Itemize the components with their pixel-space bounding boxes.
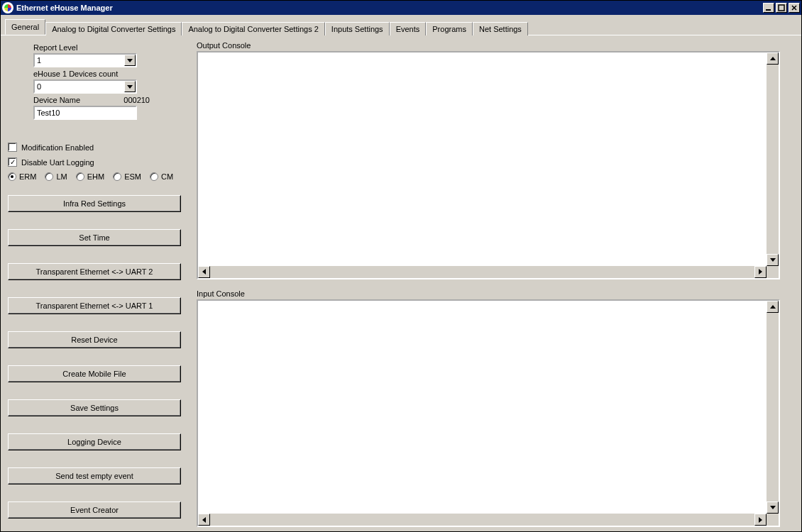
chevron-down-icon[interactable] xyxy=(124,55,136,66)
output-console[interactable] xyxy=(197,51,780,279)
tab-events[interactable]: Events xyxy=(390,22,427,35)
titlebar: Ethernet eHouse Manager xyxy=(1,1,801,15)
radio-lm[interactable]: LM xyxy=(45,172,67,181)
modification-enabled-checkbox[interactable]: Modification Enabled xyxy=(8,143,187,152)
scroll-corner xyxy=(767,514,779,526)
report-level-select[interactable] xyxy=(33,53,137,67)
tab-content: Report Level eHouse 1 Devices count Devi… xyxy=(1,35,801,531)
set-time-button[interactable]: Set Time xyxy=(8,229,181,246)
modification-enabled-label: Modification Enabled xyxy=(21,143,94,152)
chevron-down-icon[interactable] xyxy=(124,81,136,92)
checkbox-icon xyxy=(8,143,17,152)
tabstrip: General Analog to Digital Converter Sett… xyxy=(1,15,801,35)
scroll-left-icon[interactable] xyxy=(198,514,210,526)
radio-dot-icon xyxy=(11,175,13,178)
radio-icon xyxy=(113,172,121,181)
radio-icon xyxy=(8,172,16,181)
scroll-right-icon[interactable] xyxy=(754,514,767,526)
devices-count-label: eHouse 1 Devices count xyxy=(33,70,187,78)
svg-rect-1 xyxy=(779,5,784,11)
input-console[interactable] xyxy=(197,299,780,528)
app-icon xyxy=(2,2,13,13)
scroll-up-icon[interactable] xyxy=(767,52,779,65)
device-name-input[interactable] xyxy=(33,106,137,120)
devices-count-select[interactable] xyxy=(33,79,137,94)
scroll-right-icon[interactable] xyxy=(754,266,767,278)
radio-ehm-label: EHM xyxy=(87,172,104,181)
transparent-ethernet-uart-2-button[interactable]: Transparent Ethernet <-> UART 2 xyxy=(8,263,181,280)
vertical-scrollbar[interactable] xyxy=(767,301,779,514)
radio-cm-label: CM xyxy=(161,172,173,181)
scroll-left-icon[interactable] xyxy=(198,266,210,278)
radio-icon xyxy=(150,172,158,181)
radio-erm[interactable]: ERM xyxy=(8,172,36,181)
radio-ehm[interactable]: EHM xyxy=(76,172,104,181)
horizontal-scrollbar[interactable] xyxy=(198,514,779,526)
window-title: Ethernet eHouse Manager xyxy=(16,4,763,12)
maximize-button[interactable] xyxy=(776,3,787,13)
tab-programs[interactable]: Programs xyxy=(426,22,473,35)
left-column: Report Level eHouse 1 Devices count Devi… xyxy=(8,40,187,527)
output-console-label: Output Console xyxy=(197,41,780,50)
device-code: 000210 xyxy=(123,96,150,104)
radio-esm-label: ESM xyxy=(124,172,141,181)
tab-adc-settings[interactable]: Analog to Digital Converter Settings xyxy=(45,22,182,35)
button-stack: Infra Red Settings Set Time Transparent … xyxy=(8,195,187,519)
device-name-row: Device Name 000210 xyxy=(33,96,187,104)
checkbox-icon: ✓ xyxy=(8,157,17,167)
report-level-label: Report Level xyxy=(33,43,187,52)
send-test-empty-event-button[interactable]: Send test empty event xyxy=(8,467,181,484)
radio-icon xyxy=(76,172,84,181)
devices-count-input[interactable] xyxy=(33,79,137,94)
checkbox-group: Modification Enabled ✓ Disable Uart Logg… xyxy=(8,137,187,167)
infra-red-settings-button[interactable]: Infra Red Settings xyxy=(8,195,181,212)
radio-esm[interactable]: ESM xyxy=(113,172,141,181)
logging-device-button[interactable]: Logging Device xyxy=(8,433,181,450)
horizontal-scrollbar[interactable] xyxy=(198,266,779,278)
disable-uart-label: Disable Uart Logging xyxy=(21,158,94,167)
radio-lm-label: LM xyxy=(56,172,67,181)
event-creator-button[interactable]: Event Creator xyxy=(8,501,181,519)
fields-group: Report Level eHouse 1 Devices count Devi… xyxy=(8,40,187,120)
minimize-button[interactable] xyxy=(763,3,774,13)
disable-uart-checkbox[interactable]: ✓ Disable Uart Logging xyxy=(8,157,187,167)
reset-device-button[interactable]: Reset Device xyxy=(8,331,181,348)
scroll-corner xyxy=(767,266,779,278)
save-settings-button[interactable]: Save Settings xyxy=(8,399,181,416)
radio-icon xyxy=(45,172,53,181)
tab-adc-settings-2[interactable]: Analog to Digital Converter Settings 2 xyxy=(182,22,324,35)
right-column: Output Console Input Console xyxy=(187,40,794,527)
radio-erm-label: ERM xyxy=(19,172,36,181)
app-window: Ethernet eHouse Manager General Analog t… xyxy=(0,0,802,532)
svg-rect-0 xyxy=(766,9,771,11)
device-name-label: Device Name xyxy=(33,96,80,104)
tab-net-settings[interactable]: Net Settings xyxy=(473,22,528,35)
vertical-scrollbar[interactable] xyxy=(767,52,779,266)
checkmark-icon: ✓ xyxy=(10,159,16,166)
mode-radio-group: ERM LM EHM ESM CM xyxy=(8,172,187,181)
tab-general[interactable]: General xyxy=(5,19,45,35)
transparent-ethernet-uart-1-button[interactable]: Transparent Ethernet <-> UART 1 xyxy=(8,297,181,314)
scroll-down-icon[interactable] xyxy=(767,254,779,266)
window-controls xyxy=(763,3,800,13)
close-button[interactable] xyxy=(789,3,800,13)
radio-cm[interactable]: CM xyxy=(150,172,173,181)
scroll-up-icon[interactable] xyxy=(767,301,779,313)
report-level-input[interactable] xyxy=(33,53,137,67)
input-console-label: Input Console xyxy=(197,289,780,298)
tab-inputs-settings[interactable]: Inputs Settings xyxy=(325,22,390,35)
scroll-down-icon[interactable] xyxy=(767,501,779,514)
create-mobile-file-button[interactable]: Create Mobile File xyxy=(8,365,181,382)
